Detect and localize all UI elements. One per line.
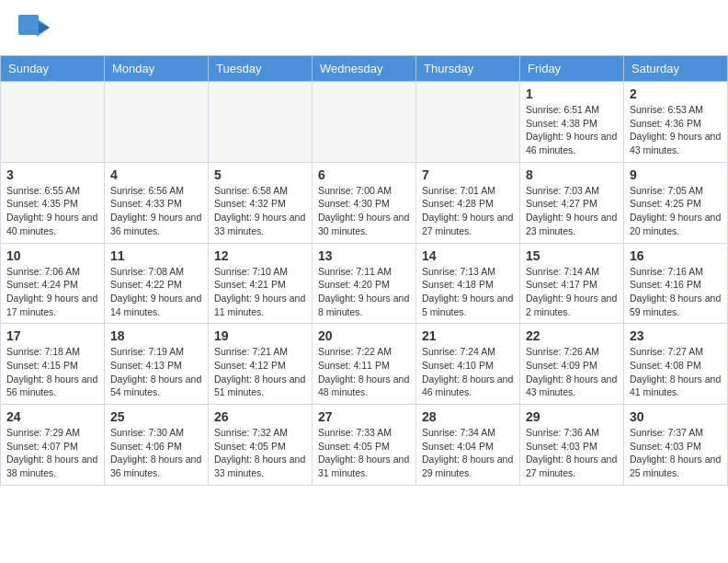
day-number: 16 <box>630 248 722 263</box>
day-cell <box>416 82 520 163</box>
logo <box>18 15 53 48</box>
col-header-tuesday: Tuesday <box>209 56 313 82</box>
day-cell: 4Sunrise: 6:56 AM Sunset: 4:33 PM Daylig… <box>105 162 209 243</box>
day-cell: 22Sunrise: 7:26 AM Sunset: 4:09 PM Dayli… <box>520 324 624 405</box>
day-cell: 6Sunrise: 7:00 AM Sunset: 4:30 PM Daylig… <box>313 162 416 243</box>
day-number: 7 <box>422 167 514 182</box>
day-info: Sunrise: 7:36 AM Sunset: 4:03 PM Dayligh… <box>526 426 618 480</box>
day-number: 21 <box>422 328 514 343</box>
col-header-sunday: Sunday <box>1 56 105 82</box>
day-number: 20 <box>318 328 410 343</box>
day-number: 26 <box>214 409 306 424</box>
day-cell: 8Sunrise: 7:03 AM Sunset: 4:27 PM Daylig… <box>520 162 624 243</box>
week-row-3: 10Sunrise: 7:06 AM Sunset: 4:24 PM Dayli… <box>1 243 728 324</box>
day-number: 12 <box>214 248 306 263</box>
day-cell: 25Sunrise: 7:30 AM Sunset: 4:06 PM Dayli… <box>105 405 209 486</box>
day-number: 29 <box>526 409 618 424</box>
general-blue-icon <box>18 15 51 48</box>
day-number: 9 <box>630 167 722 182</box>
day-number: 13 <box>318 248 410 263</box>
day-number: 25 <box>110 409 202 424</box>
day-info: Sunrise: 7:11 AM Sunset: 4:20 PM Dayligh… <box>318 265 410 319</box>
day-number: 18 <box>110 328 202 343</box>
day-cell: 26Sunrise: 7:32 AM Sunset: 4:05 PM Dayli… <box>209 405 313 486</box>
day-info: Sunrise: 7:22 AM Sunset: 4:11 PM Dayligh… <box>318 345 410 399</box>
day-number: 8 <box>526 167 618 182</box>
day-info: Sunrise: 7:01 AM Sunset: 4:28 PM Dayligh… <box>422 184 514 238</box>
day-number: 15 <box>526 248 618 263</box>
day-info: Sunrise: 7:26 AM Sunset: 4:09 PM Dayligh… <box>526 345 618 399</box>
day-number: 28 <box>422 409 514 424</box>
day-info: Sunrise: 6:58 AM Sunset: 4:32 PM Dayligh… <box>214 184 306 238</box>
day-cell: 13Sunrise: 7:11 AM Sunset: 4:20 PM Dayli… <box>313 243 416 324</box>
day-info: Sunrise: 7:19 AM Sunset: 4:13 PM Dayligh… <box>110 345 202 399</box>
day-cell: 5Sunrise: 6:58 AM Sunset: 4:32 PM Daylig… <box>209 162 313 243</box>
day-cell: 12Sunrise: 7:10 AM Sunset: 4:21 PM Dayli… <box>209 243 313 324</box>
day-info: Sunrise: 6:53 AM Sunset: 4:36 PM Dayligh… <box>630 103 722 157</box>
day-info: Sunrise: 7:08 AM Sunset: 4:22 PM Dayligh… <box>110 265 202 319</box>
day-cell: 9Sunrise: 7:05 AM Sunset: 4:25 PM Daylig… <box>624 162 728 243</box>
week-row-4: 17Sunrise: 7:18 AM Sunset: 4:15 PM Dayli… <box>1 324 728 405</box>
day-cell: 16Sunrise: 7:16 AM Sunset: 4:16 PM Dayli… <box>624 243 728 324</box>
day-cell <box>313 82 416 163</box>
day-info: Sunrise: 7:24 AM Sunset: 4:10 PM Dayligh… <box>422 345 514 399</box>
day-number: 19 <box>214 328 306 343</box>
day-cell: 3Sunrise: 6:55 AM Sunset: 4:35 PM Daylig… <box>1 162 105 243</box>
day-info: Sunrise: 7:29 AM Sunset: 4:07 PM Dayligh… <box>6 426 98 480</box>
day-cell: 30Sunrise: 7:37 AM Sunset: 4:03 PM Dayli… <box>624 405 728 486</box>
day-info: Sunrise: 7:03 AM Sunset: 4:27 PM Dayligh… <box>526 184 618 238</box>
day-cell: 24Sunrise: 7:29 AM Sunset: 4:07 PM Dayli… <box>1 405 105 486</box>
day-cell: 1Sunrise: 6:51 AM Sunset: 4:38 PM Daylig… <box>520 82 624 163</box>
day-info: Sunrise: 7:10 AM Sunset: 4:21 PM Dayligh… <box>214 265 306 319</box>
day-number: 5 <box>214 167 306 182</box>
col-header-saturday: Saturday <box>624 56 728 82</box>
day-info: Sunrise: 7:21 AM Sunset: 4:12 PM Dayligh… <box>214 345 306 399</box>
day-number: 14 <box>422 248 514 263</box>
svg-rect-0 <box>18 15 39 35</box>
day-cell: 17Sunrise: 7:18 AM Sunset: 4:15 PM Dayli… <box>1 324 105 405</box>
day-info: Sunrise: 6:55 AM Sunset: 4:35 PM Dayligh… <box>6 184 98 238</box>
col-header-thursday: Thursday <box>416 56 520 82</box>
day-info: Sunrise: 7:33 AM Sunset: 4:05 PM Dayligh… <box>318 426 410 480</box>
day-cell: 29Sunrise: 7:36 AM Sunset: 4:03 PM Dayli… <box>520 405 624 486</box>
day-info: Sunrise: 7:16 AM Sunset: 4:16 PM Dayligh… <box>630 265 722 319</box>
day-cell: 7Sunrise: 7:01 AM Sunset: 4:28 PM Daylig… <box>416 162 520 243</box>
week-row-1: 1Sunrise: 6:51 AM Sunset: 4:38 PM Daylig… <box>1 82 728 163</box>
day-info: Sunrise: 7:05 AM Sunset: 4:25 PM Dayligh… <box>630 184 722 238</box>
day-info: Sunrise: 7:34 AM Sunset: 4:04 PM Dayligh… <box>422 426 514 480</box>
day-cell: 28Sunrise: 7:34 AM Sunset: 4:04 PM Dayli… <box>416 405 520 486</box>
day-number: 30 <box>630 409 722 424</box>
day-cell: 15Sunrise: 7:14 AM Sunset: 4:17 PM Dayli… <box>520 243 624 324</box>
day-number: 27 <box>318 409 410 424</box>
day-cell: 18Sunrise: 7:19 AM Sunset: 4:13 PM Dayli… <box>105 324 209 405</box>
day-info: Sunrise: 7:37 AM Sunset: 4:03 PM Dayligh… <box>630 426 722 480</box>
week-row-2: 3Sunrise: 6:55 AM Sunset: 4:35 PM Daylig… <box>1 162 728 243</box>
day-number: 24 <box>6 409 98 424</box>
day-number: 1 <box>526 86 618 101</box>
day-number: 23 <box>630 328 722 343</box>
day-number: 10 <box>6 248 98 263</box>
day-cell: 21Sunrise: 7:24 AM Sunset: 4:10 PM Dayli… <box>416 324 520 405</box>
day-cell: 2Sunrise: 6:53 AM Sunset: 4:36 PM Daylig… <box>624 82 728 163</box>
day-number: 3 <box>6 167 98 182</box>
day-info: Sunrise: 7:00 AM Sunset: 4:30 PM Dayligh… <box>318 184 410 238</box>
day-cell: 20Sunrise: 7:22 AM Sunset: 4:11 PM Dayli… <box>313 324 416 405</box>
day-cell <box>105 82 209 163</box>
day-cell: 27Sunrise: 7:33 AM Sunset: 4:05 PM Dayli… <box>313 405 416 486</box>
day-info: Sunrise: 7:13 AM Sunset: 4:18 PM Dayligh… <box>422 265 514 319</box>
day-cell: 23Sunrise: 7:27 AM Sunset: 4:08 PM Dayli… <box>624 324 728 405</box>
col-header-monday: Monday <box>105 56 209 82</box>
day-cell <box>1 82 105 163</box>
week-row-5: 24Sunrise: 7:29 AM Sunset: 4:07 PM Dayli… <box>1 405 728 486</box>
day-info: Sunrise: 7:06 AM Sunset: 4:24 PM Dayligh… <box>6 265 98 319</box>
day-cell: 19Sunrise: 7:21 AM Sunset: 4:12 PM Dayli… <box>209 324 313 405</box>
day-number: 6 <box>318 167 410 182</box>
day-number: 11 <box>110 248 202 263</box>
day-info: Sunrise: 7:32 AM Sunset: 4:05 PM Dayligh… <box>214 426 306 480</box>
day-cell: 10Sunrise: 7:06 AM Sunset: 4:24 PM Dayli… <box>1 243 105 324</box>
col-header-friday: Friday <box>520 56 624 82</box>
day-info: Sunrise: 6:51 AM Sunset: 4:38 PM Dayligh… <box>526 103 618 157</box>
day-number: 17 <box>6 328 98 343</box>
day-cell: 11Sunrise: 7:08 AM Sunset: 4:22 PM Dayli… <box>105 243 209 324</box>
day-info: Sunrise: 7:27 AM Sunset: 4:08 PM Dayligh… <box>630 345 722 399</box>
